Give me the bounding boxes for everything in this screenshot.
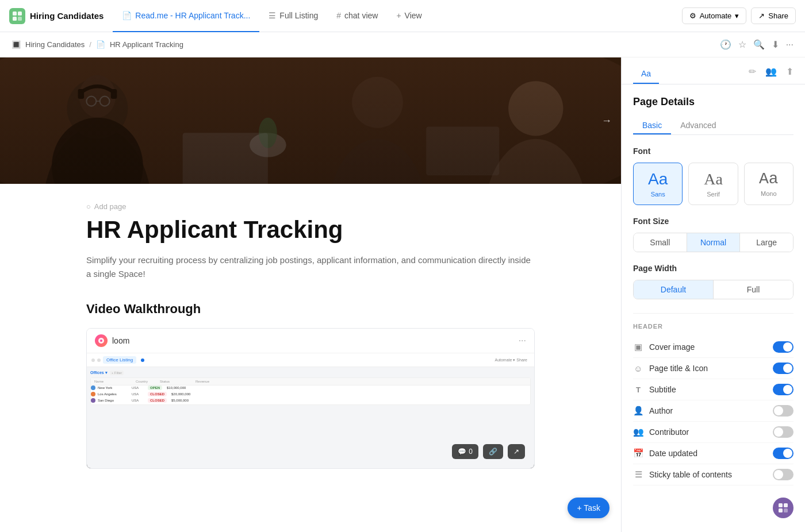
pw-default-label: Default (661, 285, 686, 294)
panel-subtab-advanced[interactable]: Advanced (671, 117, 725, 134)
loom-external-button[interactable]: ↗ (508, 444, 525, 459)
sticky-toc-toggle[interactable] (773, 469, 793, 480)
page-width-label: Page Width (633, 264, 793, 273)
content-area: → ○ Add page HR Applicant Tracking Simpl… (0, 57, 621, 532)
subtab-advanced-label: Advanced (680, 121, 716, 130)
link-icon: 🔗 (489, 448, 497, 456)
font-size-label: Font Size (633, 217, 793, 226)
toggle-subtitle-left: T Subtitle (633, 385, 676, 394)
automate-chevron-icon: ▾ (735, 11, 739, 20)
right-panel: Aa ✏ 👥 ⬆ Page Details Basic Advanced (621, 57, 805, 532)
loom-brand-label: loom (112, 336, 129, 345)
tab-view[interactable]: + View (387, 0, 431, 32)
page-title-icon-icon: ☺ (633, 364, 643, 373)
nav-tabs: 📄 Read.me - HR Applicant Track... ☰ Full… (113, 0, 681, 32)
add-page-button[interactable]: ○ Add page (86, 202, 535, 211)
date-icon: 📅 (633, 448, 643, 458)
page-subtitle: Simplify your recruiting process by cent… (86, 253, 535, 281)
contributor-toggle[interactable] (773, 426, 793, 438)
download-icon[interactable]: ⬇ (772, 39, 779, 50)
contributor-icon: 👥 (633, 427, 643, 437)
breadcrumb-icon: 🔳 (12, 40, 21, 49)
star-icon[interactable]: ☆ (738, 39, 746, 50)
app-logo[interactable]: Hiring Candidates (9, 8, 103, 24)
toggle-row-subtitle: T Subtitle (633, 379, 793, 400)
search-icon[interactable]: 🔍 (753, 39, 765, 50)
clock-icon[interactable]: 🕐 (720, 39, 731, 50)
page-width-full[interactable]: Full (714, 280, 793, 299)
loom-app-content: Offices ▾ + Filter Name Country Status R… (87, 367, 534, 408)
svg-rect-29 (784, 508, 788, 512)
main-layout: → ○ Add page HR Applicant Tracking Simpl… (0, 57, 805, 532)
clickup-dots-button[interactable] (773, 498, 793, 518)
toggle-row-sticky-toc: ☰ Sticky table of contents (633, 464, 793, 485)
breadcrumb-actions: 🕐 ☆ 🔍 ⬇ ··· (720, 39, 793, 50)
more-icon[interactable]: ··· (786, 40, 793, 50)
pencil-icon[interactable]: ✏ (749, 66, 756, 77)
page-title-toggle[interactable] (773, 363, 793, 374)
app-logo-icon (9, 8, 25, 24)
cover-image: → (0, 57, 621, 184)
share-icon: ↗ (758, 11, 765, 20)
font-sans-display: Aa (638, 170, 677, 188)
share-button[interactable]: ↗ Share (751, 7, 796, 24)
cover-nav-arrow[interactable]: → (601, 115, 612, 127)
toggle-row-date-updated: 📅 Date updated (633, 443, 793, 464)
cover-image-toggle[interactable] (773, 341, 793, 353)
tab-full-listing-icon: ☰ (269, 11, 276, 20)
loom-dot-1 (91, 358, 95, 362)
loom-video[interactable]: Office Listing Automate ▾ Share Offices … (87, 353, 534, 468)
font-serif-display: Aa (693, 170, 733, 188)
author-toggle[interactable] (773, 405, 793, 417)
sticky-toc-label: Sticky table of contents (649, 470, 732, 479)
upload-icon[interactable]: ⬆ (786, 66, 793, 77)
panel-tab-format[interactable]: Aa (633, 64, 659, 84)
font-option-mono[interactable]: Aa Mono (744, 163, 793, 205)
font-options: Aa Sans Aa Serif Aa Mono (633, 163, 793, 205)
people-icon[interactable]: 👥 (765, 66, 777, 77)
subtitle-label: Subtitle (649, 385, 676, 394)
page-width-default[interactable]: Default (634, 280, 714, 299)
font-size-small[interactable]: Small (634, 233, 687, 252)
date-updated-toggle-knob (783, 449, 792, 458)
subtitle-toggle[interactable] (773, 384, 793, 395)
toc-icon: ☰ (633, 469, 643, 480)
panel-subtab-basic[interactable]: Basic (633, 117, 671, 134)
loom-link-button[interactable]: 🔗 (483, 444, 503, 459)
page-title: HR Applicant Tracking (86, 215, 535, 244)
tab-chat-view[interactable]: # chat view (327, 0, 387, 32)
tab-readme[interactable]: 📄 Read.me - HR Applicant Track... (113, 0, 259, 32)
page-width-options: Default Full (633, 280, 793, 299)
loom-header: loom ··· (87, 329, 534, 353)
font-option-sans[interactable]: Aa Sans (633, 163, 683, 205)
cover-image-icon: ▣ (633, 342, 643, 352)
add-page-label: Add page (94, 202, 126, 211)
date-updated-toggle[interactable] (773, 448, 793, 459)
subtitle-toggle-knob (783, 385, 792, 394)
toggle-page-title-left: ☺ Page title & Icon (633, 364, 708, 373)
task-button[interactable]: + Task (568, 498, 610, 518)
svg-rect-2 (13, 17, 17, 21)
breadcrumb-page[interactable]: HR Applicant Tracking (110, 40, 183, 49)
loom-more-icon[interactable]: ··· (519, 336, 526, 346)
tab-full-listing[interactable]: ☰ Full Listing (259, 0, 327, 32)
loom-comment-button[interactable]: 💬 0 (452, 444, 478, 459)
tab-view-icon: + (396, 11, 401, 20)
font-sans-name: Sans (638, 191, 677, 198)
automate-button[interactable]: ⚙ Automate ▾ (682, 7, 747, 24)
toggle-date-left: 📅 Date updated (633, 448, 697, 458)
loom-dot-3 (141, 358, 144, 362)
panel-tab-icons: ✏ 👥 ⬆ (749, 66, 793, 83)
font-option-serif[interactable]: Aa Serif (688, 163, 738, 205)
author-label: Author (649, 406, 673, 415)
loom-row-2: Los Angeles USA CLOSED $20,000,000 (91, 392, 530, 396)
video-section-title: Video Walkthrough (86, 302, 535, 317)
breadcrumb: 🔳 Hiring Candidates / 📄 HR Applicant Tra… (0, 32, 805, 57)
font-size-large[interactable]: Large (740, 233, 793, 252)
svg-point-25 (100, 340, 102, 342)
font-section-label: Font (633, 147, 793, 156)
breadcrumb-workspace[interactable]: Hiring Candidates (25, 40, 85, 49)
font-size-normal[interactable]: Normal (687, 233, 741, 252)
contributor-label: Contributor (649, 427, 689, 437)
toggle-author-left: 👤 Author (633, 406, 673, 416)
